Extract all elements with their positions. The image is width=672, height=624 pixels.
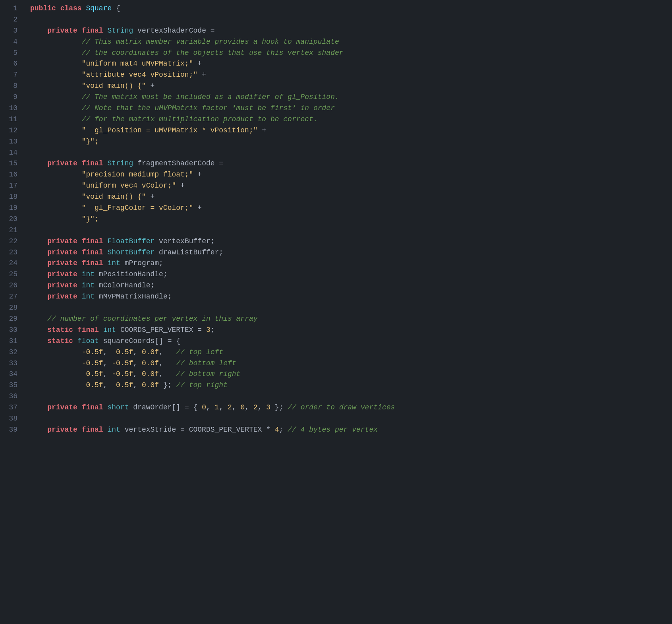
token-plain	[30, 27, 47, 35]
token-plain	[30, 215, 82, 223]
line-number: 39	[6, 424, 17, 436]
token-plain	[77, 259, 82, 267]
line-number: 25	[6, 269, 17, 280]
token-plain: vertexStride = COORDS_PER_VERTEX *	[120, 426, 275, 434]
code-line: // the coordinates of the objects that u…	[30, 48, 666, 59]
token-plain: ,	[103, 359, 112, 367]
token-plain	[30, 337, 47, 345]
line-number: 8	[6, 81, 17, 92]
code-line: "uniform mat4 uMVPMatrix;" +	[30, 58, 666, 70]
token-num: -0.5f	[82, 359, 103, 367]
token-num: 0.0f	[142, 359, 159, 367]
line-number: 17	[6, 180, 17, 192]
token-type: String	[107, 159, 133, 167]
code-line: private final int vertexStride = COORDS_…	[30, 424, 666, 436]
token-plain: COORDS_PER_VERTEX =	[116, 326, 206, 334]
token-plain: ,	[232, 403, 241, 411]
token-plain: fragmentShaderCode =	[133, 159, 223, 167]
token-plain	[99, 326, 103, 334]
token-plain	[103, 259, 108, 267]
code-line: // Note that the uMVPMatrix factor *must…	[30, 103, 666, 114]
token-plain	[30, 270, 47, 278]
line-number: 3	[6, 25, 17, 37]
code-line: // The matrix must be included as a modi…	[30, 92, 666, 103]
token-kw: final	[82, 248, 103, 256]
token-plain	[77, 270, 82, 278]
token-plain	[30, 182, 82, 190]
token-plain: mPositionHandle;	[95, 270, 168, 278]
token-plain	[103, 27, 108, 35]
token-plain: +	[176, 182, 185, 190]
line-number: 12	[6, 125, 17, 136]
token-plain: ,	[103, 348, 116, 356]
token-str: "}";	[82, 138, 99, 145]
line-number: 11	[6, 114, 17, 125]
line-number: 4	[6, 37, 17, 48]
line-number: 29	[6, 314, 17, 325]
line-number: 19	[6, 203, 17, 214]
token-plain	[82, 4, 86, 12]
token-str: "precision mediump float;"	[82, 171, 193, 178]
token-kw: final	[82, 27, 103, 35]
token-plain: drawListBuffer;	[154, 248, 223, 256]
line-number: 26	[6, 280, 17, 291]
token-kw: private	[47, 281, 77, 289]
token-plain	[73, 337, 77, 345]
code-line: private final ShortBuffer drawListBuffer…	[30, 247, 666, 258]
code-line: private int mColorHandle;	[30, 280, 666, 291]
token-plain	[30, 38, 82, 46]
token-plain: ,	[133, 348, 142, 356]
token-kw: class	[60, 4, 82, 12]
token-comment: // Note that the uMVPMatrix factor *must…	[82, 104, 335, 112]
line-number: 32	[6, 347, 17, 358]
token-num: 3	[266, 403, 270, 411]
token-type: FloatBuffer	[107, 237, 154, 245]
code-editor: 1234567891011121314151617181920212223242…	[0, 0, 672, 624]
code-line: // This matrix member variable provides …	[30, 37, 666, 48]
code-line: static final int COORDS_PER_VERTEX = 3;	[30, 325, 666, 336]
token-type: short	[107, 403, 129, 411]
code-line: private final int mProgram;	[30, 258, 666, 269]
token-plain	[30, 293, 47, 300]
code-line: private final String vertexShaderCode =	[30, 25, 666, 37]
token-kw: final	[82, 403, 103, 411]
token-plain: };	[270, 403, 288, 411]
token-plain: ,	[159, 370, 176, 378]
token-plain	[77, 426, 82, 434]
token-kw: private	[47, 259, 77, 267]
line-number: 23	[6, 247, 17, 258]
token-plain	[77, 248, 82, 256]
token-plain	[30, 359, 82, 367]
line-number: 14	[6, 147, 17, 159]
token-plain	[103, 237, 108, 245]
token-plain	[30, 115, 82, 123]
token-num: 2	[228, 403, 232, 411]
token-plain	[30, 259, 47, 267]
line-number: 21	[6, 225, 17, 236]
token-plain	[30, 281, 47, 289]
token-plain: ;	[210, 326, 215, 334]
token-plain	[103, 403, 108, 411]
code-line: private final String fragmentShaderCode …	[30, 158, 666, 169]
code-line: "}";	[30, 214, 666, 225]
token-type: ShortBuffer	[107, 248, 154, 256]
code-line: private int mPositionHandle;	[30, 269, 666, 280]
line-number: 36	[6, 391, 17, 402]
token-plain: ,	[159, 359, 176, 367]
token-plain: ,	[133, 359, 142, 367]
token-type: int	[107, 426, 120, 434]
token-comment: // number of coordinates per vertex in t…	[47, 315, 257, 323]
token-plain: {	[112, 4, 120, 12]
token-plain	[73, 326, 77, 334]
token-plain	[77, 281, 82, 289]
line-number: 2	[6, 14, 17, 25]
token-plain	[103, 426, 108, 434]
token-plain: ,	[258, 403, 266, 411]
token-plain: ,	[159, 348, 176, 356]
token-plain: ,	[133, 381, 142, 389]
line-number: 5	[6, 48, 17, 59]
token-str: "}";	[82, 215, 99, 223]
line-number: 31	[6, 336, 17, 347]
token-plain: ,	[245, 403, 253, 411]
code-line: " gl_FragColor = vColor;" +	[30, 203, 666, 214]
